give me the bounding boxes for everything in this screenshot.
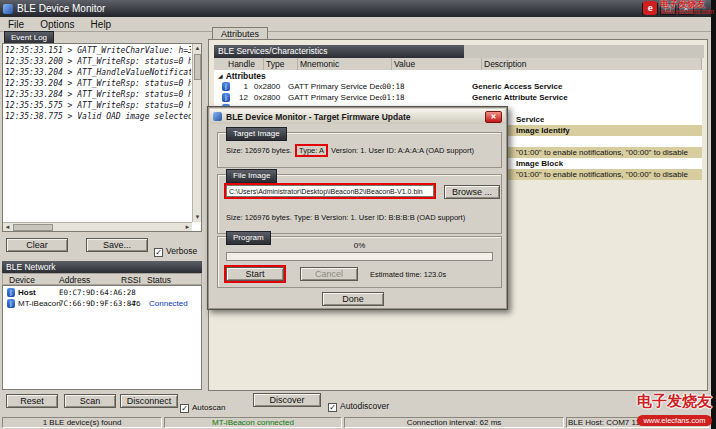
scroll-left-icon[interactable]: ◄ bbox=[3, 223, 12, 232]
device-name: MT-iBeacon bbox=[18, 299, 61, 308]
cell-description: "01:00" to enable notifications, "00:00"… bbox=[516, 148, 688, 157]
cell-type: 0x2800 bbox=[254, 82, 288, 91]
col-handle[interactable]: Handle bbox=[214, 58, 264, 70]
reset-button[interactable]: Reset bbox=[6, 394, 58, 408]
device-address: E0:C7:9D:64:A6:28 bbox=[59, 288, 136, 297]
status-devices-found: 1 BLE device(s) found bbox=[2, 417, 162, 428]
tree-expander-icon[interactable]: ◢ bbox=[218, 72, 223, 79]
progress-percent: 0% bbox=[218, 241, 501, 250]
log-horizontal-scrollbar[interactable]: ◄ ► bbox=[3, 222, 192, 231]
watermark-url: www.elecfans.com bbox=[637, 415, 711, 426]
scroll-up-icon[interactable]: ▲ bbox=[193, 44, 202, 53]
dialog-titlebar[interactable]: BLE Device Monitor - Target Firmware Upd… bbox=[210, 109, 505, 124]
status-interval: Connection interval: 62 ms bbox=[344, 417, 564, 428]
network-column-headers: Device Address RSSI Status bbox=[2, 273, 202, 285]
col-device[interactable]: Device bbox=[9, 275, 35, 285]
menu-bar: File Options Help bbox=[0, 17, 711, 32]
event-log-lines: 12:35:33.151 > GATT_WriteCharValue: h=35… bbox=[5, 45, 191, 221]
col-status[interactable]: Status bbox=[147, 275, 171, 285]
autodiscover-label: Autodiscover bbox=[340, 401, 389, 411]
scrollbar-thumb[interactable] bbox=[13, 224, 53, 231]
cell-value: 01:18 bbox=[382, 93, 472, 102]
watermark-brand: 电子发烧友 bbox=[637, 393, 712, 410]
log-line: 12:35:33.204 > ATT_WriteRsp: status=0 h=… bbox=[5, 78, 191, 89]
file-path-annotation-box: C:\Users\Administrator\Desktop\iBeaconB2… bbox=[224, 183, 436, 199]
bluetooth-icon: ᛒ bbox=[7, 288, 15, 297]
clear-button[interactable]: Clear bbox=[6, 238, 68, 252]
scroll-right-icon[interactable]: ► bbox=[183, 223, 192, 232]
menu-file[interactable]: File bbox=[0, 19, 32, 30]
menu-options[interactable]: Options bbox=[32, 19, 82, 30]
cell-mnemonic: GATT Primary Service Declarati... bbox=[288, 93, 382, 102]
dialog-title: BLE Device Monitor - Target Firmware Upd… bbox=[226, 112, 411, 122]
app-icon bbox=[213, 112, 222, 121]
autoscan-label: Autoscan bbox=[192, 403, 225, 412]
start-button[interactable]: Start bbox=[226, 267, 284, 281]
menu-help[interactable]: Help bbox=[83, 19, 120, 30]
dialog-close-icon[interactable]: ✕ bbox=[485, 111, 502, 123]
cell-mnemonic: GATT Primary Service Declarati... bbox=[288, 82, 382, 91]
save-button[interactable]: Save... bbox=[86, 238, 148, 252]
tree-root-row[interactable]: ◢ Attributes bbox=[214, 70, 702, 81]
cell-value: 00:18 bbox=[382, 82, 472, 91]
network-row-host[interactable]: ᛒ Host E0:C7:9D:64:A6:28 bbox=[3, 287, 201, 298]
col-rssi[interactable]: RSSI bbox=[121, 275, 141, 285]
autoscan-checkbox-row: ✓Autoscan bbox=[180, 396, 225, 414]
log-vertical-scrollbar[interactable]: ▲ ▼ bbox=[192, 44, 201, 222]
log-line: 12:35:38.775 > Valid OAD image selected bbox=[5, 111, 191, 122]
file-path-input[interactable]: C:\Users\Administrator\Desktop\iBeaconB2… bbox=[226, 185, 434, 197]
progress-bar bbox=[226, 252, 493, 261]
target-image-info: Size: 126976 bytes. Type: A Version: 1. … bbox=[226, 146, 474, 155]
log-line: 12:35:33.204 > ATT_HandleValueNotificati… bbox=[5, 67, 191, 78]
target-size-text: Size: 126976 bytes. bbox=[226, 146, 294, 155]
cell-type: 0x2800 bbox=[254, 93, 288, 102]
autodiscover-checkbox[interactable]: ✓ bbox=[328, 403, 337, 412]
scan-button[interactable]: Scan bbox=[64, 394, 116, 408]
watermark-top: e 电子发烧友 www.elecfans.com bbox=[643, 0, 714, 16]
attribute-row[interactable]: ᛒ 12 0x2800 GATT Primary Service Declara… bbox=[214, 92, 702, 103]
bluetooth-icon: ᛒ bbox=[222, 82, 230, 91]
device-status: Connected bbox=[149, 299, 188, 308]
scrollbar-thumb[interactable] bbox=[194, 54, 201, 80]
discover-button[interactable]: Discover bbox=[253, 393, 321, 407]
program-group: Program 0% Start Cancel Estimated time: … bbox=[217, 236, 502, 288]
bluetooth-icon: ᛒ bbox=[222, 93, 230, 102]
browse-button[interactable]: Browse ... bbox=[444, 185, 500, 199]
done-button[interactable]: Done bbox=[322, 292, 384, 306]
dialog-body: Target Image Size: 126976 bytes. Type: A… bbox=[210, 124, 505, 307]
cell-description: Image Block bbox=[516, 159, 563, 168]
network-row-mt-ibeacon[interactable]: ᛒ MT-iBeacon 7C:66:9D:9F:63:84 -76 Conne… bbox=[3, 298, 201, 309]
target-image-label: Target Image bbox=[226, 127, 287, 141]
log-line: 12:35:35.575 > ATT_WriteRsp: status=0 h=… bbox=[5, 100, 191, 111]
disconnect-button[interactable]: Disconnect bbox=[120, 394, 178, 408]
log-line: 12:35:33.151 > GATT_WriteCharValue: h=35… bbox=[5, 45, 191, 56]
target-version-text: Version: 1. User ID: A:A:A:A (OAD suppor… bbox=[329, 146, 474, 155]
window-title: BLE Device Monitor bbox=[17, 3, 105, 14]
scroll-down-icon[interactable]: ▼ bbox=[193, 213, 202, 222]
type-annotation-box: Type: A bbox=[295, 144, 328, 157]
verbose-checkbox[interactable]: ✓ bbox=[154, 248, 163, 257]
attribute-row[interactable]: ᛒ 1 0x2800 GATT Primary Service Declarat… bbox=[214, 81, 702, 92]
cell-description: "01:00" to enable notifications, "00:00"… bbox=[516, 170, 688, 179]
autoscan-checkbox[interactable]: ✓ bbox=[180, 404, 189, 413]
app-icon bbox=[3, 4, 13, 14]
col-type[interactable]: Type bbox=[264, 58, 298, 70]
cell-description: Image Identify bbox=[516, 126, 570, 135]
cell-description: Generic Access Service bbox=[472, 82, 702, 91]
header-filler bbox=[464, 45, 704, 58]
attributes-column-headers: Handle Type Mnemonic Value Description bbox=[214, 58, 702, 70]
window-titlebar[interactable]: BLE Device Monitor ─ ▢ ✕ bbox=[0, 0, 711, 17]
log-line: 12:35:33.200 > ATT_WriteRsp: status=0 h=… bbox=[5, 56, 191, 67]
col-mnemonic[interactable]: Mnemonic bbox=[298, 58, 392, 70]
cell-handle: 1 bbox=[230, 82, 248, 91]
cancel-button[interactable]: Cancel bbox=[300, 267, 358, 281]
col-description[interactable]: Description bbox=[482, 58, 702, 70]
ble-network-header: BLE Network bbox=[2, 261, 202, 273]
watermark-bottom: 电子发烧友 www.elecfans.com bbox=[637, 393, 712, 428]
autodiscover-checkbox-row: ✓Autodiscover bbox=[328, 395, 389, 413]
verbose-checkbox-row: ✓Verbose bbox=[154, 240, 197, 258]
target-firmware-update-dialog: BLE Device Monitor - Target Firmware Upd… bbox=[207, 106, 508, 310]
col-value[interactable]: Value bbox=[392, 58, 482, 70]
estimated-time-text: Estimated time: 123.0s bbox=[370, 270, 446, 279]
col-address[interactable]: Address bbox=[59, 275, 90, 285]
